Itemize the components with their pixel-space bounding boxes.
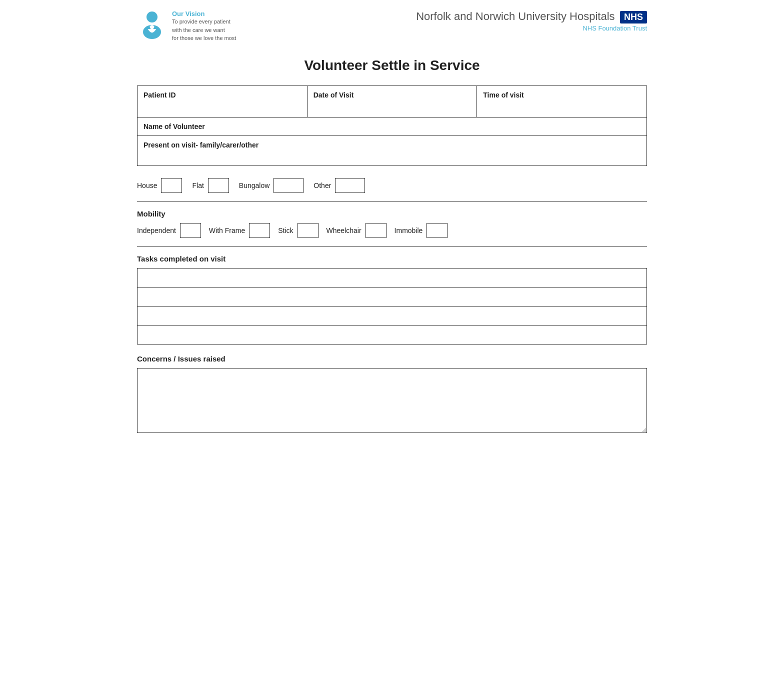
concerns-input[interactable] <box>137 368 647 433</box>
flat-item: Flat <box>192 178 228 193</box>
stick-label: Stick <box>278 226 293 234</box>
header-left: Our Vision To provide every patientwith … <box>137 10 236 42</box>
other-input[interactable] <box>335 178 365 193</box>
form-table: Patient ID Date of Visit Time of visit N… <box>137 86 647 166</box>
with-frame-label: With Frame <box>209 226 245 234</box>
housing-row: House Flat Bungalow Other <box>137 178 647 193</box>
task-input-3[interactable] <box>142 312 642 320</box>
with-frame-item: With Frame <box>209 223 270 238</box>
independent-label: Independent <box>137 226 176 234</box>
page-title: Volunteer Settle in Service <box>137 58 647 74</box>
house-input[interactable] <box>161 178 182 193</box>
name-of-volunteer-input[interactable] <box>215 122 612 130</box>
time-of-visit-cell: Time of visit <box>477 86 647 117</box>
header-right: Norfolk and Norwich University Hospitals… <box>416 10 647 32</box>
house-item: House <box>137 178 182 193</box>
vision-text: To provide every patientwith the care we… <box>172 18 236 42</box>
present-on-visit-input[interactable] <box>268 141 616 149</box>
time-of-visit-label: Time of visit <box>483 91 524 99</box>
form-row-3: Present on visit- family/carer/other <box>138 136 647 166</box>
wheelchair-input[interactable] <box>366 223 386 238</box>
patient-id-label: Patient ID <box>144 91 176 99</box>
immobile-item: Immobile <box>394 223 448 238</box>
task-row-3 <box>138 306 647 325</box>
form-row-2: Name of Volunteer <box>138 117 647 136</box>
task-input-1[interactable] <box>142 274 642 282</box>
patient-id-cell: Patient ID <box>138 86 308 117</box>
tasks-section-label: Tasks completed on visit <box>137 254 647 263</box>
bungalow-label: Bungalow <box>239 182 270 190</box>
present-on-visit-label: Present on visit- family/carer/other <box>144 141 258 149</box>
name-of-volunteer-label: Name of Volunteer <box>144 122 205 130</box>
task-row-1 <box>138 268 647 287</box>
divider-1 <box>137 201 647 202</box>
independent-item: Independent <box>137 223 201 238</box>
tasks-table <box>137 268 647 344</box>
task-input-2[interactable] <box>142 292 642 300</box>
date-of-visit-label: Date of Visit <box>314 91 354 99</box>
other-label: Other <box>314 182 331 190</box>
mobility-section-label: Mobility <box>137 210 647 218</box>
stick-item: Stick <box>278 223 318 238</box>
nhs-badge: NHS <box>620 11 647 24</box>
foundation-trust: NHS Foundation Trust <box>416 24 647 32</box>
concerns-section-label: Concerns / Issues raised <box>137 354 647 363</box>
with-frame-input[interactable] <box>249 223 270 238</box>
flat-input[interactable] <box>208 178 229 193</box>
immobile-label: Immobile <box>394 226 423 234</box>
date-of-visit-cell: Date of Visit <box>307 86 477 117</box>
task-input-4[interactable] <box>142 330 642 338</box>
name-of-volunteer-cell: Name of Volunteer <box>138 117 647 136</box>
task-row-4 <box>138 325 647 344</box>
header: Our Vision To provide every patientwith … <box>137 10 647 48</box>
date-of-visit-input[interactable] <box>314 104 471 112</box>
vision-title: Our Vision <box>172 10 236 18</box>
wheelchair-item: Wheelchair <box>326 223 386 238</box>
hospital-name-line: Norfolk and Norwich University Hospitals… <box>416 10 647 24</box>
svg-point-0 <box>146 12 158 22</box>
hospital-name: Norfolk and Norwich University Hospitals <box>416 10 614 22</box>
independent-input[interactable] <box>180 223 201 238</box>
other-item: Other <box>314 178 365 193</box>
immobile-input[interactable] <box>426 223 448 238</box>
bungalow-item: Bungalow <box>239 178 304 193</box>
task-row-2 <box>138 287 647 306</box>
vision-block: Our Vision To provide every patientwith … <box>172 10 236 42</box>
divider-2 <box>137 246 647 246</box>
flat-label: Flat <box>192 182 204 190</box>
patient-id-input[interactable] <box>144 104 301 112</box>
form-row-1: Patient ID Date of Visit Time of visit <box>138 86 647 117</box>
bungalow-input[interactable] <box>274 178 304 193</box>
house-label: House <box>137 182 157 190</box>
wheelchair-label: Wheelchair <box>326 226 362 234</box>
mobility-row: Independent With Frame Stick Wheelchair … <box>137 223 647 238</box>
logo-icon <box>137 10 167 40</box>
present-on-visit-cell: Present on visit- family/carer/other <box>138 136 647 166</box>
stick-input[interactable] <box>298 223 318 238</box>
time-of-visit-input[interactable] <box>483 104 640 112</box>
